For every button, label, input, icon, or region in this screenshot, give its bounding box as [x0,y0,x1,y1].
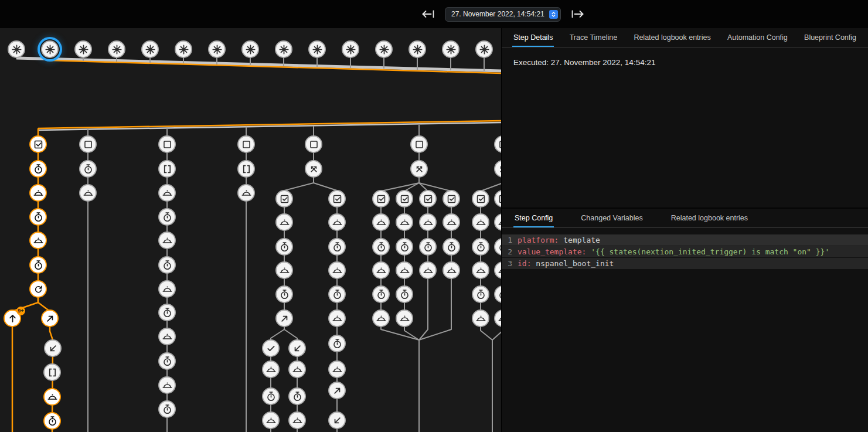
arrow-ne-node[interactable] [41,309,59,327]
square-node[interactable] [410,135,428,153]
service-node[interactable] [472,213,489,231]
repeat-node[interactable] [29,280,47,298]
run-select[interactable]: 27. November 2022, 14:54:21 [445,7,561,22]
service-node[interactable] [158,376,176,394]
asterisk-node[interactable] [141,40,159,58]
service-node[interactable] [29,232,47,249]
service-node[interactable] [372,261,390,279]
timer-node[interactable] [328,285,346,303]
asterisk-node[interactable] [74,40,92,58]
timer-node[interactable] [442,238,460,256]
check-square-node[interactable] [275,190,293,208]
timer-node[interactable] [158,400,176,418]
check-square-node[interactable] [29,135,47,153]
tab-automation-config[interactable]: Automation Config [726,28,789,47]
timer-node[interactable] [472,238,489,256]
timer-node[interactable] [158,256,176,274]
service-node[interactable] [396,309,413,327]
timer-node[interactable] [372,285,390,303]
service-node[interactable] [472,261,489,279]
service-node[interactable] [372,309,390,327]
arrow-ne-node[interactable] [328,382,346,399]
service-node[interactable] [472,309,489,327]
asterisk-node[interactable] [409,40,426,58]
timer-node[interactable] [396,238,413,256]
service-node[interactable] [328,213,346,231]
timer-node[interactable] [29,208,47,226]
square-node[interactable] [79,135,97,153]
asterisk-node[interactable] [342,40,359,58]
asterisk-node[interactable] [475,40,493,58]
brackets-node[interactable] [158,160,176,178]
check-square-node[interactable] [472,190,489,208]
arrow-sw-node[interactable] [44,339,62,357]
timer-node[interactable] [79,160,97,178]
choose-node[interactable] [305,160,322,178]
timer-node[interactable] [372,238,390,256]
service-node[interactable] [275,213,293,231]
service-node[interactable] [79,184,97,202]
service-node[interactable] [372,213,390,231]
arrow-sw-node[interactable] [288,339,306,357]
tab-changed-variables[interactable]: Changed Variables [580,209,644,227]
timer-node[interactable] [275,285,293,303]
timer-node[interactable] [29,160,47,178]
asterisk-node[interactable] [375,40,393,58]
service-node[interactable] [262,360,280,378]
check-square-node[interactable] [328,190,346,208]
service-node[interactable] [442,213,460,231]
asterisk-node[interactable] [275,40,292,58]
service-node[interactable] [442,261,460,279]
square-node[interactable] [237,135,255,153]
square-node[interactable] [305,135,322,153]
asterisk-node[interactable] [308,40,326,58]
asterisk-node[interactable] [41,40,59,58]
tab-step-config[interactable]: Step Config [513,209,554,227]
service-node[interactable] [29,184,47,202]
asterisk-node[interactable] [442,40,459,58]
service-node[interactable] [396,261,413,279]
service-node[interactable] [43,388,61,406]
service-node[interactable] [237,184,255,202]
service-node[interactable] [275,261,293,279]
asterisk-node[interactable] [8,40,25,58]
timer-node[interactable] [262,387,280,405]
arrow-sw-node[interactable] [328,411,346,429]
tab-related-logbook-entries[interactable]: Related logbook entries [670,209,749,227]
asterisk-node[interactable] [108,40,125,58]
asterisk-node[interactable] [241,40,259,58]
timer-node[interactable] [158,352,176,370]
check-square-node[interactable] [419,190,437,208]
service-node[interactable] [158,232,176,249]
tab-trace-timeline[interactable]: Trace Timeline [569,28,619,47]
timer-node[interactable] [43,412,61,430]
timer-node[interactable] [158,304,176,321]
asterisk-node[interactable] [175,40,192,58]
next-run-arrow-icon[interactable] [569,5,587,23]
service-node[interactable] [419,213,437,231]
service-node[interactable] [158,328,176,345]
service-node[interactable] [328,360,346,378]
timer-node[interactable] [328,238,346,256]
timer-node[interactable] [288,387,306,405]
timer-node[interactable] [419,238,437,256]
service-node[interactable] [396,213,413,231]
arrow-up-node[interactable]: 9+ [4,309,21,327]
brackets-node[interactable] [43,363,61,381]
brackets-node[interactable] [237,160,255,178]
service-node[interactable] [158,184,176,202]
check-node[interactable] [262,339,280,357]
tab-blueprint-config[interactable]: Blueprint Config [803,28,857,47]
choose-node[interactable] [410,160,428,178]
service-node[interactable] [288,411,306,429]
arrow-ne-node[interactable] [275,309,293,327]
timer-node[interactable] [29,256,47,274]
previous-run-arrow-icon[interactable] [419,5,437,23]
timer-node[interactable] [396,285,413,303]
service-node[interactable] [328,309,346,327]
timer-node[interactable] [158,208,176,226]
service-node[interactable] [262,411,280,429]
square-node[interactable] [158,135,176,153]
service-node[interactable] [328,261,346,279]
check-square-node[interactable] [372,190,390,208]
